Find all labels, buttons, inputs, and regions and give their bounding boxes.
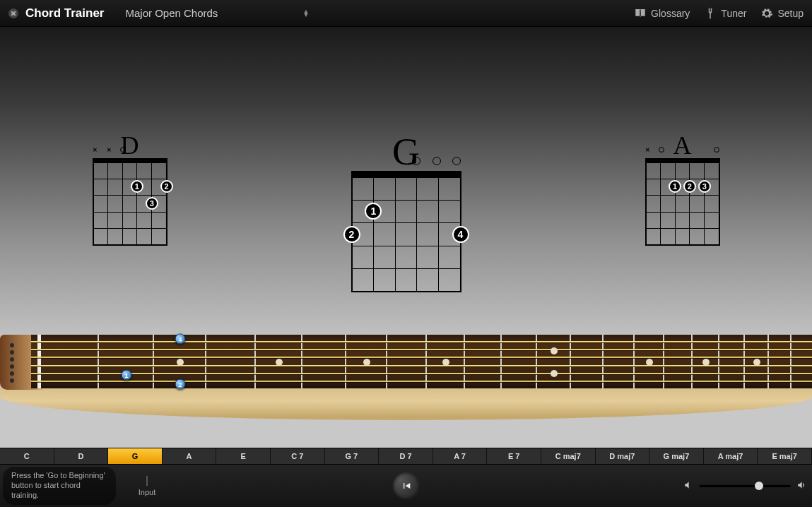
book-icon xyxy=(634,7,647,20)
tuning-fork-icon xyxy=(704,7,717,20)
glossary-button[interactable]: Glossary xyxy=(634,7,690,20)
open-string-icon xyxy=(452,157,461,165)
go-to-beginning-button[interactable] xyxy=(393,472,420,499)
lesson-label: Major Open Chords xyxy=(125,7,218,19)
chord-slot[interactable]: E maj7 xyxy=(758,448,812,464)
string-blank xyxy=(351,157,360,165)
chord-label: D xyxy=(121,133,139,158)
muted-string-icon: ✕ xyxy=(93,147,98,153)
volume-high-icon[interactable] xyxy=(796,480,806,491)
hint-bubble: Press the 'Go to Beginning' button to st… xyxy=(3,467,116,504)
fret-marker xyxy=(551,370,558,377)
fret-marker xyxy=(363,359,370,366)
finger-dot: 1 xyxy=(365,203,382,220)
skip-back-icon xyxy=(401,480,412,491)
fret-marker xyxy=(442,359,449,366)
string-blank xyxy=(148,147,153,153)
app-title: Chord Trainer xyxy=(25,6,104,20)
chord-slot[interactable]: G xyxy=(108,448,163,464)
fret-marker xyxy=(702,359,710,366)
chord-slot[interactable]: E xyxy=(216,448,271,464)
muted-string-icon: ✕ xyxy=(645,147,651,153)
fret-marker xyxy=(276,359,283,366)
chord-slot[interactable]: A xyxy=(163,448,217,464)
string-blank xyxy=(371,157,379,165)
string-blank xyxy=(392,157,400,165)
string-blank xyxy=(686,147,692,153)
open-string-icon xyxy=(659,147,664,153)
string-blank xyxy=(673,147,678,153)
chord-slot[interactable]: D maj7 xyxy=(596,448,650,464)
chord-slot[interactable]: D 7 xyxy=(379,448,433,464)
gear-icon xyxy=(760,7,773,20)
string-blank xyxy=(134,147,139,153)
open-string-icon xyxy=(120,147,126,153)
finger-dot: 3 xyxy=(146,197,158,210)
fret-marker xyxy=(646,359,653,366)
chevron-updown-icon: ▲▼ xyxy=(303,10,310,17)
open-string-icon xyxy=(412,157,420,165)
chord-slot[interactable]: C 7 xyxy=(271,448,325,464)
string-blank xyxy=(700,147,706,153)
volume-thumb[interactable] xyxy=(755,482,763,490)
chord-slot[interactable]: C xyxy=(0,448,54,464)
finger-dot: 1 xyxy=(131,180,143,193)
top-bar: Chord Trainer Major Open Chords ▲▼ Gloss… xyxy=(0,0,812,27)
neck-finger-dot: 4 xyxy=(175,334,186,345)
chord-slot[interactable]: E 7 xyxy=(487,448,541,464)
guitar-neck: 412 xyxy=(0,335,812,427)
muted-string-icon: ✕ xyxy=(106,147,112,153)
neck-finger-dot: 1 xyxy=(122,370,132,381)
finger-dot: 2 xyxy=(160,180,173,193)
close-icon[interactable] xyxy=(8,8,18,18)
chord-prev[interactable]: D ✕✕ 123 xyxy=(93,133,167,246)
chord-slot[interactable]: A maj7 xyxy=(704,448,758,464)
fret-marker xyxy=(177,359,184,366)
volume-low-icon[interactable] xyxy=(683,480,693,491)
chord-slot[interactable]: D xyxy=(54,448,109,464)
fret-marker xyxy=(551,347,558,354)
chord-diagram: 124 xyxy=(351,171,461,292)
bottom-bar: Press the 'Go to Beginning' button to st… xyxy=(0,465,812,507)
input-meter[interactable]: Input xyxy=(133,476,161,496)
chord-next[interactable]: A ✕ 123 xyxy=(645,133,720,246)
chord-current: G 124 xyxy=(351,133,461,292)
lesson-dropdown[interactable]: Major Open Chords ▲▼ xyxy=(125,7,309,19)
volume-slider[interactable] xyxy=(699,484,791,487)
tuner-button[interactable]: Tuner xyxy=(704,7,746,20)
volume-control xyxy=(683,480,806,491)
finger-dot: 2 xyxy=(343,226,360,243)
chord-selector-bar: CDGAEC 7G 7D 7A 7E 7C maj7D maj7G maj7A … xyxy=(0,448,812,465)
setup-button[interactable]: Setup xyxy=(760,7,804,20)
finger-dot: 1 xyxy=(669,180,681,193)
string-blank xyxy=(161,147,167,153)
fret-marker xyxy=(753,359,760,366)
chord-slot[interactable]: G maj7 xyxy=(649,448,704,464)
chord-slot[interactable]: C maj7 xyxy=(541,448,596,464)
chord-label: A xyxy=(673,133,692,158)
finger-dot: 3 xyxy=(698,180,711,193)
chord-slot[interactable]: A 7 xyxy=(433,448,488,464)
chord-stage: D ✕✕ 123 G xyxy=(0,27,812,448)
chord-diagram: ✕✕ 123 xyxy=(93,158,167,246)
chord-slot[interactable]: G 7 xyxy=(325,448,379,464)
finger-dot: 4 xyxy=(452,226,469,243)
open-string-icon xyxy=(714,147,719,153)
open-string-icon xyxy=(433,157,441,165)
neck-finger-dot: 2 xyxy=(175,379,186,390)
finger-dot: 2 xyxy=(683,180,696,193)
chord-diagram: ✕ 123 xyxy=(645,158,720,246)
